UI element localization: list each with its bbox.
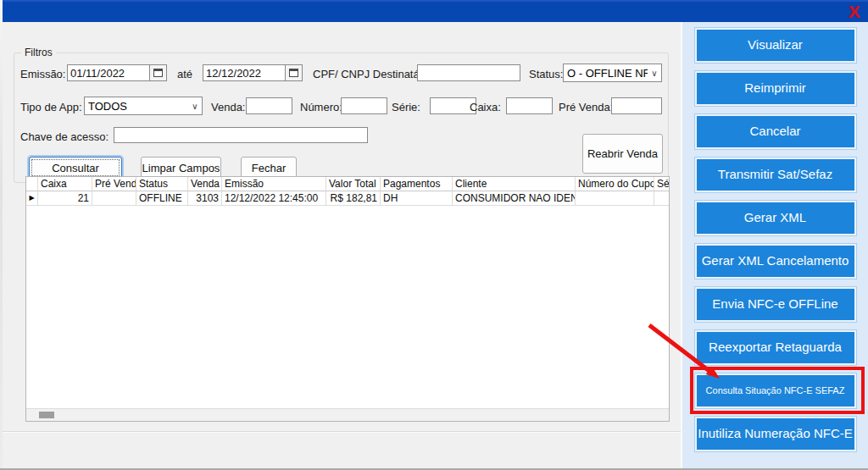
- caixa-input[interactable]: [506, 97, 553, 114]
- scrollbar-thumb[interactable]: [39, 412, 54, 418]
- close-button[interactable]: X: [849, 3, 860, 21]
- emissao-to-calendar-button[interactable]: [286, 64, 303, 81]
- sidebar-button-reexportar-retaguarda[interactable]: Reexportar Retaguarda: [695, 330, 856, 365]
- emissao-to-input[interactable]: [203, 64, 286, 81]
- column-header-valor-total[interactable]: Valor Total: [326, 177, 381, 191]
- cell-venda: 3103: [188, 191, 222, 206]
- chevron-down-icon: ∨: [648, 69, 661, 78]
- sidebar-button-reimprimir[interactable]: Reimprimir: [695, 71, 856, 106]
- sidebar-button-gerar-xml[interactable]: Gerar XML: [695, 201, 856, 235]
- sales-grid: Caixa Pré Venda Status Venda Emissão Val…: [25, 176, 670, 422]
- filters-groupbox: Filtros Emissão: até CPF/ CNPJ Destinatá…: [14, 53, 669, 183]
- main-panel: Filtros Emissão: até CPF/ CNPJ Destinatá…: [3, 22, 681, 468]
- tipo-app-label: Tipo de App:: [20, 101, 82, 113]
- grid-horizontal-scrollbar[interactable]: [26, 408, 669, 421]
- filters-group-title: Filtros: [21, 47, 56, 58]
- chevron-down-icon: ∨: [188, 102, 202, 111]
- column-header-emissao[interactable]: Emissão: [222, 177, 326, 191]
- numero-input[interactable]: [341, 97, 387, 114]
- cell-status: OFFLINE: [136, 191, 188, 206]
- emissao-from-calendar-button[interactable]: [150, 64, 167, 81]
- sidebar-button-transmitir-sat-sefaz[interactable]: Transmitir Sat/Sefaz: [695, 158, 856, 192]
- sidebar-button-cancelar[interactable]: Cancelar: [695, 114, 856, 149]
- cell-valor-total: R$ 182,81: [326, 191, 381, 206]
- caixa-label: Caixa:: [470, 101, 501, 113]
- numero-label: Número:: [300, 101, 342, 113]
- status-label: Status:: [529, 68, 563, 80]
- column-header-status[interactable]: Status: [136, 177, 188, 191]
- calendar-icon: [289, 69, 298, 77]
- column-header-pagamentos[interactable]: Pagamentos: [381, 177, 453, 191]
- ate-label: até: [177, 68, 192, 80]
- venda-input[interactable]: [246, 97, 292, 114]
- sidebar-button-envia-nfce-offline[interactable]: Envia NFC-e OFFLine: [695, 287, 856, 322]
- sidebar-button-inutiliza-numeracao-nfce[interactable]: Inutiliza Numeração NFC-E: [695, 417, 856, 451]
- pre-venda-input[interactable]: [611, 97, 662, 114]
- column-header-serie[interactable]: Série: [654, 177, 670, 191]
- grid-header-row: Caixa Pré Venda Status Venda Emissão Val…: [26, 177, 669, 191]
- cell-pre-venda: [92, 191, 136, 206]
- pre-venda-label: Pré Venda:: [559, 101, 613, 113]
- emissao-label: Emissão:: [20, 68, 65, 80]
- column-header-numero-cupom[interactable]: Número do Cupom: [576, 177, 654, 191]
- tipo-app-select[interactable]: TODOS ∨: [84, 97, 203, 115]
- tipo-app-selected-value: TODOS: [88, 100, 188, 113]
- cell-caixa: 21: [38, 191, 92, 206]
- cpf-cnpj-input[interactable]: [417, 64, 520, 81]
- actions-sidebar: Visualizar Reimprimir Cancelar Transmiti…: [681, 22, 868, 468]
- status-selected-value: O - OFFLINE NFC-E: [567, 67, 648, 80]
- column-header-cliente[interactable]: Cliente: [453, 177, 576, 191]
- panel-divider: [3, 431, 681, 433]
- reabrir-venda-button[interactable]: Reabrir Venda: [582, 134, 663, 174]
- table-row[interactable]: ▶ 21 OFFLINE 3103 12/12/2022 12:45:00 R$…: [26, 191, 669, 206]
- cell-numero-cupom: [576, 191, 654, 206]
- current-row-marker-icon: ▶: [26, 191, 38, 206]
- cell-cliente: CONSUMIDOR NAO IDENTIFICADO: [453, 191, 576, 206]
- cell-serie: [654, 191, 670, 206]
- cell-pagamentos: DH: [381, 191, 453, 206]
- sidebar-button-visualizar[interactable]: Visualizar: [695, 28, 856, 63]
- emissao-from-input[interactable]: [67, 64, 150, 81]
- status-select[interactable]: O - OFFLINE NFC-E ∨: [563, 64, 662, 82]
- column-header-venda[interactable]: Venda: [188, 177, 222, 191]
- venda-label: Venda:: [211, 101, 246, 113]
- sidebar-button-consulta-situacao-nfce-sefaz[interactable]: Consulta Situação NFC-E SEFAZ: [695, 373, 856, 408]
- serie-label: Série:: [392, 101, 420, 113]
- chave-acesso-input[interactable]: [114, 127, 368, 143]
- calendar-icon: [153, 69, 163, 77]
- grid-corner-cell: [26, 177, 38, 191]
- chave-acesso-label: Chave de acesso:: [20, 130, 108, 143]
- cell-emissao: 12/12/2022 12:45:00: [222, 191, 326, 206]
- column-header-pre-venda[interactable]: Pré Venda: [92, 177, 136, 191]
- column-header-caixa[interactable]: Caixa: [38, 177, 92, 191]
- window-titlebar: X: [3, 0, 868, 22]
- sidebar-button-gerar-xml-cancelamento[interactable]: Gerar XML Cancelamento: [695, 244, 856, 279]
